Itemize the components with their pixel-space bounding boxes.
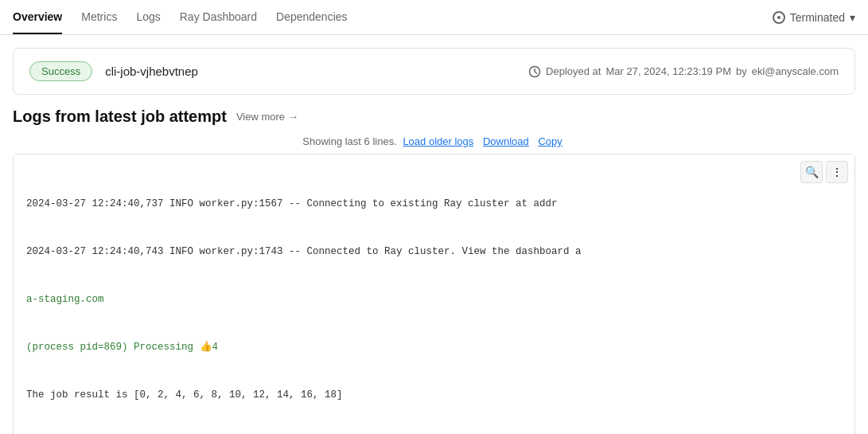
- content-area: Success cli-job-vjhebvtnep Deployed at M…: [0, 48, 868, 434]
- showing-label: Showing last 6 lines.: [302, 135, 397, 147]
- status-dropdown[interactable]: Terminated ▾: [773, 11, 855, 24]
- log-viewer-inner[interactable]: 2024-03-27 12:24:40,737 INFO worker.py:1…: [14, 154, 854, 434]
- view-more-link[interactable]: View more →: [236, 111, 298, 123]
- log-toolbar: 🔍 ⋮: [800, 161, 848, 183]
- logs-controls: Showing last 6 lines. Load older logs Do…: [13, 135, 855, 147]
- tab-overview[interactable]: Overview: [13, 1, 62, 34]
- log-line: 2024-03-27 12:24:40,737 INFO worker.py:1…: [26, 196, 842, 212]
- logs-title: Logs from latest job attempt: [13, 108, 227, 126]
- view-more-arrow-icon: →: [288, 111, 298, 123]
- job-status-badge: Success: [29, 61, 92, 81]
- status-label: Terminated: [790, 11, 845, 24]
- tab-metrics[interactable]: Metrics: [81, 1, 117, 34]
- tab-logs[interactable]: Logs: [136, 1, 160, 34]
- deploy-prefix: Deployed at: [546, 65, 601, 77]
- tab-dependencies[interactable]: Dependencies: [276, 1, 348, 34]
- deploy-time: Mar 27, 2024, 12:23:19 PM: [605, 65, 731, 77]
- log-menu-button[interactable]: ⋮: [826, 161, 848, 183]
- status-circle-icon: [773, 11, 785, 24]
- log-line: (process pid=869) Processing 👍4: [26, 339, 842, 355]
- status-arrow-icon: ▾: [850, 11, 855, 24]
- deploy-by: by: [736, 65, 747, 77]
- clock-icon: [528, 65, 541, 78]
- top-nav: Overview Metrics Logs Ray Dashboard Depe…: [0, 0, 868, 35]
- log-viewer: 2024-03-27 12:24:40,737 INFO worker.py:1…: [13, 154, 855, 434]
- logs-section: Logs from latest job attempt View more →…: [0, 108, 868, 434]
- deploy-info: Deployed at Mar 27, 2024, 12:23:19 PM by…: [528, 65, 839, 78]
- tab-ray-dashboard[interactable]: Ray Dashboard: [180, 1, 257, 34]
- copy-link[interactable]: Copy: [538, 135, 562, 147]
- download-link[interactable]: Download: [483, 135, 529, 147]
- nav-tabs: Overview Metrics Logs Ray Dashboard Depe…: [13, 1, 773, 33]
- job-id: cli-job-vjhebvtnep: [105, 65, 198, 78]
- log-search-button[interactable]: 🔍: [800, 161, 823, 183]
- log-line: The job result is [0, 2, 4, 6, 8, 10, 12…: [26, 387, 842, 403]
- logs-header: Logs from latest job attempt View more →: [13, 108, 855, 126]
- view-more-label: View more: [236, 111, 285, 123]
- load-older-logs-link[interactable]: Load older logs: [403, 135, 473, 147]
- job-info-card: Success cli-job-vjhebvtnep Deployed at M…: [13, 48, 855, 95]
- deploy-user: ekl@anyscale.com: [752, 65, 839, 77]
- log-line: 2024-03-27 12:24:40,743 INFO worker.py:1…: [26, 244, 842, 260]
- log-line: a-staging.com: [26, 291, 842, 307]
